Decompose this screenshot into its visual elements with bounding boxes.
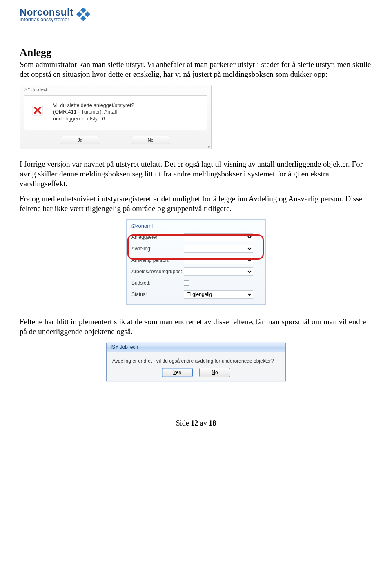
section-heading-anlegg: Anlegg [20, 47, 372, 59]
dialog-msg-line: Vil du slette dette anlegget/utstyret? [53, 102, 134, 109]
diamond-cluster-icon [76, 8, 91, 22]
delete-confirmation-dialog: ISY JobTech Vil du slette dette anlegget… [20, 85, 212, 150]
logo-main: Norconsult [20, 7, 74, 17]
svg-rect-1 [76, 11, 82, 17]
row-budsjett: Budsjett: [131, 277, 261, 289]
select-arbeids[interactable] [184, 267, 253, 276]
row-status: Status: Tilgjengelig [131, 289, 261, 300]
dialog2-message: Avdeling er endret - vil du også endre a… [107, 352, 285, 366]
label-budsjett: Budsjett: [131, 280, 184, 286]
label-status: Status: [131, 292, 184, 297]
no-mnemonic: N [212, 370, 215, 375]
no-label-rest: o [215, 370, 218, 375]
error-x-icon [31, 104, 44, 117]
company-logo: Norconsult Informasjonssystemer [20, 7, 372, 22]
svg-rect-3 [80, 16, 86, 21]
label-ansvarlig: Ansvarlig person: [131, 257, 184, 263]
paragraph-intro: Som administrator kan man slette utstyr.… [20, 60, 372, 79]
row-anleggseier: Anleggseier: [131, 232, 261, 243]
logo-text: Norconsult Informasjonssystemer [20, 7, 74, 22]
checkbox-budsjett[interactable] [184, 280, 189, 286]
dialog-title: ISY JobTech [20, 85, 211, 93]
paragraph-new-fields: Fra og med enhetsnivået i utstyrsregiste… [20, 194, 372, 214]
row-ansvarlig: Ansvarlig person: [131, 254, 261, 266]
footer-sep: av [198, 419, 209, 427]
dialog-msg-line: (OMR.411 - Turbiner). Antall [53, 109, 134, 116]
dialog-message: Vil du slette dette anlegget/utstyret? (… [53, 102, 134, 123]
select-avdeling[interactable] [184, 245, 253, 253]
select-ansvarlig[interactable] [184, 256, 253, 264]
footer-current-page: 12 [191, 419, 198, 427]
footer-total-pages: 18 [209, 419, 216, 427]
dialog2-title: ISY JobTech [107, 342, 285, 352]
form-panel-title: Økonomi [131, 223, 261, 229]
label-avdeling: Avdeling: [131, 246, 184, 252]
row-arbeids: Arbeids/ressursgruppe: [131, 266, 261, 277]
label-anleggseier: Anleggseier: [131, 234, 184, 240]
yes-button[interactable]: Ja [61, 136, 99, 144]
paragraph-implementation: Feltene har blitt implementert slik at d… [20, 317, 372, 336]
label-arbeids: Arbeids/ressursgruppe: [131, 269, 184, 274]
logo-sub: Informasjonssystemer [20, 17, 74, 22]
no-button[interactable]: Nei [132, 136, 170, 144]
select-status[interactable]: Tilgjengelig [184, 290, 253, 299]
footer-prefix: Side [176, 419, 191, 427]
paragraph-differences: I forrige versjon var navnet på utstyret… [20, 159, 372, 188]
svg-rect-0 [80, 8, 86, 13]
svg-rect-2 [85, 11, 90, 17]
yes-button[interactable]: Yes [162, 368, 193, 377]
yes-label-rest: es [176, 370, 181, 375]
select-anleggseier[interactable] [184, 233, 253, 241]
no-button[interactable]: No [199, 368, 230, 377]
resize-grip-icon[interactable] [206, 144, 210, 148]
page-footer: Side 12 av 18 [20, 419, 372, 428]
dialog-msg-line: underliggende utstyr: 6 [53, 116, 134, 123]
propagate-change-dialog: ISY JobTech Avdeling er endret - vil du … [106, 342, 286, 382]
row-avdeling: Avdeling: [131, 243, 261, 254]
economy-form-panel: Økonomi Anleggseier: Avdeling: Ansvarlig… [126, 219, 266, 305]
